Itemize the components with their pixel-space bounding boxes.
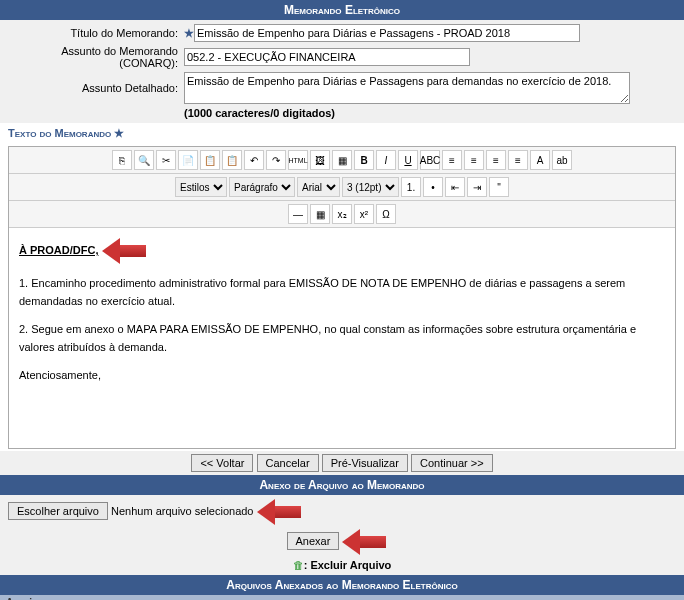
arquivo-col-header: Arquivo	[0, 595, 684, 600]
texto-section-label: Texto do Memorando ★	[0, 123, 684, 144]
ol-icon[interactable]: 1.	[401, 177, 421, 197]
label-assunto: Assunto do Memorando (CONARQ):	[8, 45, 184, 69]
format-select[interactable]: Parágrafo	[229, 177, 295, 197]
undo-icon[interactable]: ↶	[244, 150, 264, 170]
sub-icon[interactable]: x₂	[332, 204, 352, 224]
assunto-input[interactable]	[184, 48, 470, 66]
continuar-button[interactable]: Continuar >>	[411, 454, 493, 472]
layout-icon[interactable]: ▦	[310, 204, 330, 224]
source-icon[interactable]: ⎘	[112, 150, 132, 170]
pointer-arrow-icon	[102, 238, 157, 264]
ul-icon[interactable]: •	[423, 177, 443, 197]
anexar-button[interactable]: Anexar	[287, 532, 340, 550]
anexo-header: Anexo de Arquivo ao Memorando	[0, 475, 684, 495]
action-buttons: << Voltar Cancelar Pré-Visualizar Contin…	[0, 451, 684, 475]
align-justify-icon[interactable]: ≡	[508, 150, 528, 170]
label-detalhado: Assunto Detalhado:	[8, 82, 184, 94]
excluir-label: : Excluir Arquivo	[304, 559, 392, 571]
cut-icon[interactable]: ✂	[156, 150, 176, 170]
outdent-icon[interactable]: ⇤	[445, 177, 465, 197]
editor-body[interactable]: À PROAD/DFC, 1. Encaminho procedimento a…	[9, 228, 675, 448]
nenhum-text: Nenhum arquivo selecionado	[111, 505, 253, 517]
table-icon[interactable]: ▦	[332, 150, 352, 170]
sup-icon[interactable]: x²	[354, 204, 374, 224]
pointer-arrow-icon	[257, 499, 312, 525]
styles-select[interactable]: Estilos	[175, 177, 227, 197]
omega-icon[interactable]: Ω	[376, 204, 396, 224]
bgcolor-icon[interactable]: ab	[552, 150, 572, 170]
arquivos-header: Arquivos Anexados ao Memorando Eletrônic…	[0, 575, 684, 595]
page-header: Memorando Eletrônico	[0, 0, 684, 20]
color-icon[interactable]: A	[530, 150, 550, 170]
align-center-icon[interactable]: ≡	[464, 150, 484, 170]
label-titulo: Título do Memorando:	[8, 27, 184, 39]
cancelar-button[interactable]: Cancelar	[257, 454, 319, 472]
bold-icon[interactable]: B	[354, 150, 374, 170]
previsualizar-button[interactable]: Pré-Visualizar	[322, 454, 408, 472]
font-select[interactable]: Arial	[297, 177, 340, 197]
form-area: Título do Memorando: ★ Assunto do Memora…	[0, 20, 684, 123]
char-counter: (1000 caracteres/0 digitados)	[8, 107, 676, 119]
required-star: ★	[184, 27, 194, 40]
clean-icon[interactable]: —	[288, 204, 308, 224]
underline-icon[interactable]: U	[398, 150, 418, 170]
pastetext-icon[interactable]: 📋	[222, 150, 242, 170]
indent-icon[interactable]: ⇥	[467, 177, 487, 197]
toolbar-row1: ⎘ 🔍 ✂ 📄 📋 📋 ↶ ↷ HTML 🖼 ▦ B I U ABC ≡ ≡ ≡…	[9, 147, 675, 174]
html-icon[interactable]: HTML	[288, 150, 308, 170]
titulo-input[interactable]	[194, 24, 580, 42]
body-p1: 1. Encaminho procedimento administrativo…	[19, 275, 665, 310]
toolbar-row2: Estilos Parágrafo Arial 3 (12pt) 1. • ⇤ …	[9, 174, 675, 201]
align-left-icon[interactable]: ≡	[442, 150, 462, 170]
quote-icon[interactable]: "	[489, 177, 509, 197]
copy-icon[interactable]: 📄	[178, 150, 198, 170]
toolbar-row3: — ▦ x₂ x² Ω	[9, 201, 675, 228]
strike-icon[interactable]: ABC	[420, 150, 440, 170]
rich-editor: ⎘ 🔍 ✂ 📄 📋 📋 ↶ ↷ HTML 🖼 ▦ B I U ABC ≡ ≡ ≡…	[8, 146, 676, 449]
paste-icon[interactable]: 📋	[200, 150, 220, 170]
redo-icon[interactable]: ↷	[266, 150, 286, 170]
dest-text: À PROAD/DFC,	[19, 244, 98, 256]
pointer-arrow-icon	[342, 529, 397, 555]
preview-icon[interactable]: 🔍	[134, 150, 154, 170]
body-p2: 2. Segue em anexo o MAPA PARA EMISSÃO DE…	[19, 321, 665, 356]
trash-icon: 🗑	[293, 559, 304, 571]
voltar-button[interactable]: << Voltar	[191, 454, 253, 472]
image-icon[interactable]: 🖼	[310, 150, 330, 170]
escolher-button[interactable]: Escolher arquivo	[8, 502, 108, 520]
detalhado-textarea[interactable]: Emissão de Empenho para Diárias e Passag…	[184, 72, 630, 104]
body-p3: Atenciosamente,	[19, 367, 665, 385]
size-select[interactable]: 3 (12pt)	[342, 177, 399, 197]
align-right-icon[interactable]: ≡	[486, 150, 506, 170]
italic-icon[interactable]: I	[376, 150, 396, 170]
